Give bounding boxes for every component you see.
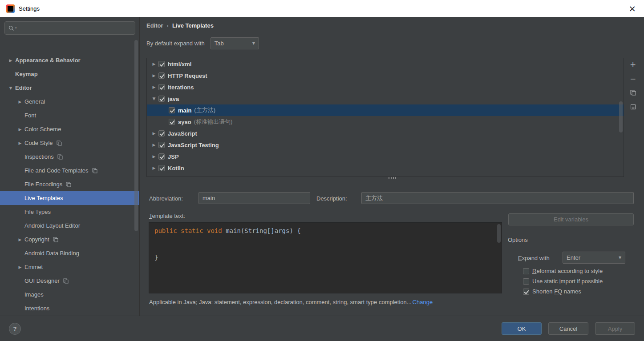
close-button[interactable]: × <box>627 4 638 13</box>
template-checkbox[interactable] <box>158 165 165 171</box>
sidebar-item-keymap[interactable]: Keymap <box>0 67 139 81</box>
template-checkbox[interactable] <box>158 130 165 136</box>
template-checkbox[interactable] <box>158 177 165 177</box>
option-shorten-fq-names[interactable]: Shorten FQ names <box>523 288 603 295</box>
template-groups-list: ▶html/xml▶HTTP Request▶iterations▼javama… <box>146 58 624 177</box>
template-row-http-request[interactable]: ▶HTTP Request <box>147 70 624 81</box>
chevron-right-icon[interactable]: ▶ <box>16 265 24 269</box>
sidebar-item-emmet[interactable]: ▶Emmet <box>0 260 139 274</box>
sidebar-item-images[interactable]: Images <box>0 288 139 301</box>
sidebar-item-android-layout-editor[interactable]: Android Layout Editor <box>0 219 139 233</box>
duplicate-icon[interactable] <box>629 89 637 97</box>
chevron-down-icon[interactable]: ▼ <box>6 86 15 90</box>
chevron-right-icon[interactable]: ▶ <box>150 62 158 66</box>
sidebar-item-font[interactable]: Font <box>0 108 139 122</box>
chevron-right-icon[interactable]: ▶ <box>16 100 24 104</box>
settings-search-input[interactable]: ▾ <box>4 21 135 35</box>
sidebar-item-live-templates[interactable]: Live Templates <box>0 191 139 205</box>
template-checkbox[interactable] <box>158 96 165 102</box>
restore-defaults-icon[interactable] <box>629 104 637 112</box>
description-input[interactable] <box>361 192 634 204</box>
chevron-right-icon[interactable]: ▶ <box>150 166 158 170</box>
sidebar-item-label: Images <box>24 291 44 298</box>
sidebar-item-label: General <box>24 98 45 105</box>
sidebar-item-gui-designer[interactable]: GUI Designer <box>0 274 139 288</box>
chevron-down-icon[interactable]: ▼ <box>150 96 158 101</box>
template-row-main[interactable]: main(主方法) <box>147 104 624 116</box>
breadcrumb-current: Live Templates <box>172 22 214 29</box>
chevron-right-icon[interactable]: ▶ <box>6 58 15 63</box>
sidebar-item-label: Editor <box>15 84 32 91</box>
chevron-right-icon[interactable]: ▶ <box>150 85 158 89</box>
template-checkbox[interactable] <box>158 72 165 79</box>
remove-icon[interactable]: − <box>629 75 637 83</box>
editor-scrollbar[interactable] <box>497 224 501 243</box>
chevron-right-icon[interactable]: ▶ <box>150 73 158 78</box>
sidebar-item-label: GUI Designer <box>24 277 60 284</box>
sidebar-item-label: File and Code Templates <box>24 167 89 174</box>
template-text-editor[interactable]: public static void main(String[]args) { … <box>149 222 502 293</box>
expand-with-combo[interactable]: Enter ▼ <box>563 252 625 264</box>
sidebar-scrollbar[interactable] <box>134 40 138 231</box>
sidebar-item-file-types[interactable]: File Types <box>0 205 139 219</box>
template-checkbox[interactable] <box>158 84 165 90</box>
splitter-handle[interactable] <box>385 177 399 180</box>
sidebar-item-general[interactable]: ▶General <box>0 95 139 108</box>
help-button[interactable]: ? <box>9 323 21 335</box>
chevron-right-icon[interactable]: ▶ <box>16 127 24 132</box>
window-title: Settings <box>19 5 40 12</box>
template-row-javascript-testing[interactable]: ▶JavaScript Testing <box>147 139 624 151</box>
template-row-syso[interactable]: syso(标准输出语句) <box>147 116 624 128</box>
option-checkbox[interactable] <box>523 268 529 274</box>
add-icon[interactable]: + <box>629 61 637 69</box>
template-row-kotlin[interactable]: ▶Kotlin <box>147 162 624 174</box>
chevron-right-icon[interactable]: ▶ <box>150 131 158 136</box>
chevron-right-icon[interactable]: ▶ <box>150 143 158 147</box>
sidebar-item-copyright[interactable]: ▶Copyright <box>0 233 139 246</box>
template-row-javascript[interactable]: ▶JavaScript <box>147 128 624 139</box>
option-use-static-import-if-possible[interactable]: Use static import if possible <box>523 278 603 285</box>
template-list-scrollbar[interactable] <box>619 101 623 132</box>
sidebar-item-file-encodings[interactable]: File Encodings <box>0 177 139 191</box>
template-checkbox[interactable] <box>169 119 175 125</box>
template-row-java[interactable]: ▼java <box>147 93 624 104</box>
apply-button[interactable]: Apply <box>595 322 635 335</box>
chevron-down-icon: ▼ <box>249 41 259 45</box>
sidebar-item-color-scheme[interactable]: ▶Color Scheme <box>0 122 139 136</box>
sidebar-item-code-style[interactable]: ▶Code Style <box>0 136 139 150</box>
template-row-iterations[interactable]: ▶iterations <box>147 81 624 93</box>
sidebar-item-inspections[interactable]: Inspections <box>0 150 139 164</box>
option-checkbox[interactable] <box>523 278 529 285</box>
template-row-partial[interactable]: ▶ <box>147 174 624 177</box>
sidebar-item-intentions[interactable]: Intentions <box>0 301 139 315</box>
abbreviation-input[interactable] <box>198 192 310 204</box>
template-checkbox[interactable] <box>158 142 165 148</box>
breadcrumb-parent[interactable]: Editor <box>146 22 163 29</box>
template-name: java <box>168 96 179 102</box>
edit-variables-button[interactable]: Edit variables <box>508 213 634 225</box>
option-checkbox[interactable] <box>523 289 529 295</box>
template-checkbox[interactable] <box>158 61 165 67</box>
template-row-html-xml[interactable]: ▶html/xml <box>147 58 624 70</box>
code-line <box>154 244 496 253</box>
dialog-footer: ? OK Cancel Apply <box>0 316 644 341</box>
sidebar-item-editor[interactable]: ▼Editor <box>0 81 139 95</box>
template-row-jsp[interactable]: ▶JSP <box>147 151 624 162</box>
template-description: (标准输出语句) <box>194 118 233 126</box>
template-checkbox[interactable] <box>158 153 165 160</box>
chevron-right-icon[interactable]: ▶ <box>16 141 24 145</box>
template-name: JavaScript Testing <box>168 142 219 148</box>
chevron-right-icon[interactable]: ▶ <box>150 154 158 159</box>
template-checkbox[interactable] <box>169 107 175 113</box>
chevron-right-icon[interactable]: ▶ <box>16 237 24 242</box>
default-expand-combo[interactable]: Tab ▼ <box>211 37 259 49</box>
sidebar-item-appearance-behavior[interactable]: ▶Appearance & Behavior <box>0 53 139 67</box>
sidebar-item-file-and-code-templates[interactable]: File and Code Templates <box>0 164 139 177</box>
option-reformat-according-to-style[interactable]: Reformat according to style <box>523 268 603 274</box>
sidebar-item-android-data-binding[interactable]: Android Data Binding <box>0 246 139 260</box>
ok-button[interactable]: OK <box>502 322 542 335</box>
chevron-down-icon: ▾ <box>15 26 17 30</box>
cancel-button[interactable]: Cancel <box>548 322 588 335</box>
change-link[interactable]: Change <box>413 299 433 305</box>
dialog-body: ▾ ▶Appearance & BehaviorKeymap▼Editor▶Ge… <box>0 17 644 316</box>
